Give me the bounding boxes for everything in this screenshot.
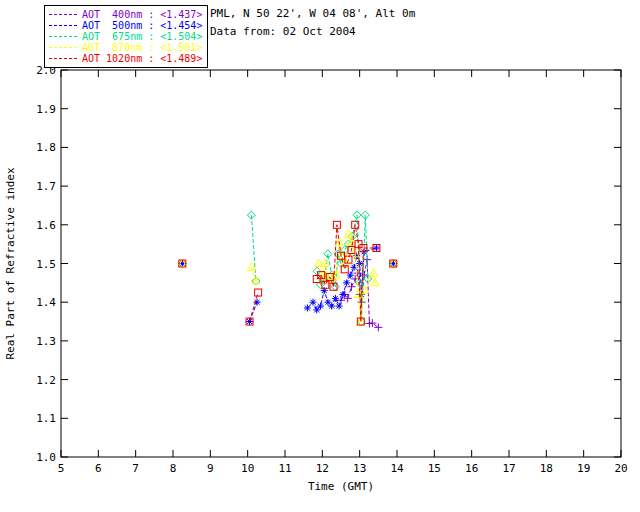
x-tick-label: 18	[540, 462, 553, 475]
y-axis: 1.01.11.21.31.41.51.61.71.81.92.0	[36, 64, 621, 464]
y-tick-label: 1.6	[36, 219, 56, 232]
legend-line-sample	[49, 36, 77, 37]
y-tick-label: 1.5	[36, 258, 56, 271]
legend-item: AOT 1020nm : <1.489>	[49, 53, 202, 64]
legend-item: AOT 870nm : <1.501>	[49, 42, 202, 53]
legend-item: AOT 400nm : <1.437>	[49, 9, 202, 20]
legend-label: AOT 870nm : <1.501>	[82, 42, 202, 53]
legend-item: AOT 500nm : <1.454>	[49, 20, 202, 31]
legend-line-sample	[49, 14, 77, 15]
x-tick-label: 14	[390, 462, 404, 475]
legend-line-sample	[49, 47, 77, 48]
x-tick-label: 10	[241, 462, 254, 475]
header-date: Data from: 02 Oct 2004	[210, 25, 356, 38]
legend-label: AOT 500nm : <1.454>	[82, 20, 202, 31]
x-tick-label: 19	[577, 462, 590, 475]
legend-label: AOT 1020nm : <1.489>	[82, 53, 202, 64]
y-tick-label: 1.2	[36, 374, 56, 387]
x-tick-label: 8	[170, 462, 177, 475]
x-tick-label: 13	[353, 462, 366, 475]
x-tick-label: 12	[316, 462, 329, 475]
chart-canvas: 5678910111213141516171819201.01.11.21.31…	[0, 0, 640, 512]
legend-line-sample	[49, 25, 77, 26]
y-axis-label: Real Part of Refractive index	[4, 167, 17, 359]
x-tick-label: 20	[614, 462, 627, 475]
legend-label: AOT 675nm : <1.504>	[82, 31, 202, 42]
x-tick-label: 11	[278, 462, 291, 475]
x-axis-label: Time (GMT)	[308, 480, 374, 493]
y-tick-label: 1.1	[36, 412, 56, 425]
y-tick-label: 1.3	[36, 335, 56, 348]
x-tick-label: 6	[95, 462, 102, 475]
series-aot-500nm	[179, 245, 397, 326]
x-tick-label: 17	[502, 462, 515, 475]
x-tick-label: 9	[207, 462, 214, 475]
series-aot-675nm	[178, 211, 397, 325]
x-tick-label: 15	[428, 462, 441, 475]
x-tick-label: 16	[465, 462, 478, 475]
legend-line-sample	[49, 58, 77, 59]
y-tick-label: 1.0	[36, 451, 56, 464]
x-tick-label: 5	[58, 462, 65, 475]
y-tick-label: 1.8	[36, 141, 56, 154]
legend-label: AOT 400nm : <1.437>	[82, 9, 202, 20]
x-tick-label: 7	[132, 462, 139, 475]
legend-item: AOT 675nm : <1.504>	[49, 31, 202, 42]
y-tick-label: 1.4	[36, 296, 56, 309]
plot-window: AOT 400nm : <1.437>AOT 500nm : <1.454>AO…	[0, 0, 640, 512]
y-tick-label: 1.7	[36, 180, 56, 193]
legend: AOT 400nm : <1.437>AOT 500nm : <1.454>AO…	[44, 5, 208, 68]
y-tick-label: 1.9	[36, 103, 56, 116]
header-location: PML, N 50 22', W 04 08', Alt 0m	[210, 7, 415, 20]
